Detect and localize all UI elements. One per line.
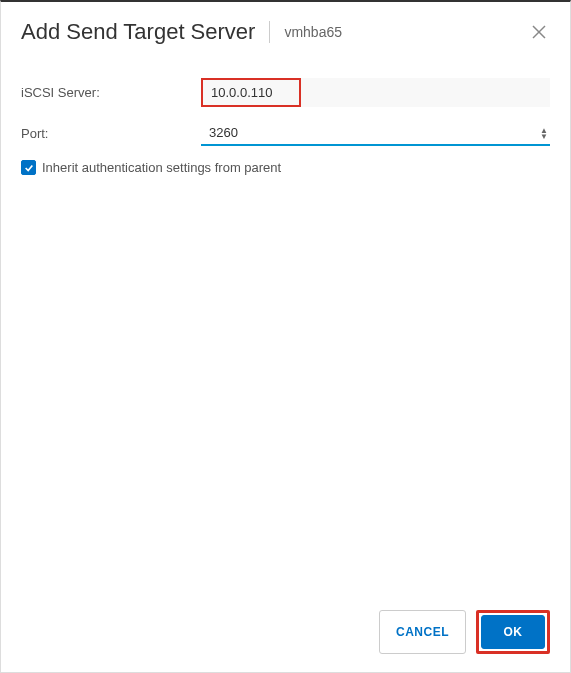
header-divider: [269, 21, 270, 43]
input-wrap-port: ▲ ▼: [201, 121, 550, 146]
form-body: iSCSI Server: Port: ▲ ▼: [1, 58, 570, 175]
dialog-header: Add Send Target Server vmhba65: [1, 2, 570, 58]
cancel-button[interactable]: CANCEL: [379, 610, 466, 654]
input-wrap-iscsi-server: [201, 78, 550, 107]
port-input[interactable]: [201, 121, 550, 146]
ok-button[interactable]: OK: [481, 615, 545, 649]
inherit-auth-label: Inherit authentication settings from par…: [42, 160, 281, 175]
highlight-ok-button: OK: [476, 610, 550, 654]
label-iscsi-server: iSCSI Server:: [21, 85, 201, 100]
row-iscsi-server: iSCSI Server:: [21, 78, 550, 107]
checkmark-icon: [24, 159, 34, 177]
spinner-down-button[interactable]: ▼: [538, 134, 550, 140]
port-spinner: ▲ ▼: [538, 121, 550, 146]
dialog-title: Add Send Target Server: [21, 19, 255, 45]
inherit-auth-checkbox[interactable]: [21, 160, 36, 175]
close-icon: [532, 21, 546, 43]
label-port: Port:: [21, 126, 201, 141]
dialog-footer: CANCEL OK: [379, 610, 550, 654]
close-button[interactable]: [528, 18, 550, 46]
row-inherit-auth: Inherit authentication settings from par…: [21, 160, 550, 175]
chevron-down-icon: ▼: [540, 132, 548, 141]
highlight-server-input: [201, 78, 301, 107]
row-port: Port: ▲ ▼: [21, 121, 550, 146]
input-bg-extension: [301, 78, 550, 107]
adapter-name: vmhba65: [284, 24, 342, 40]
iscsi-server-input[interactable]: [203, 80, 299, 105]
